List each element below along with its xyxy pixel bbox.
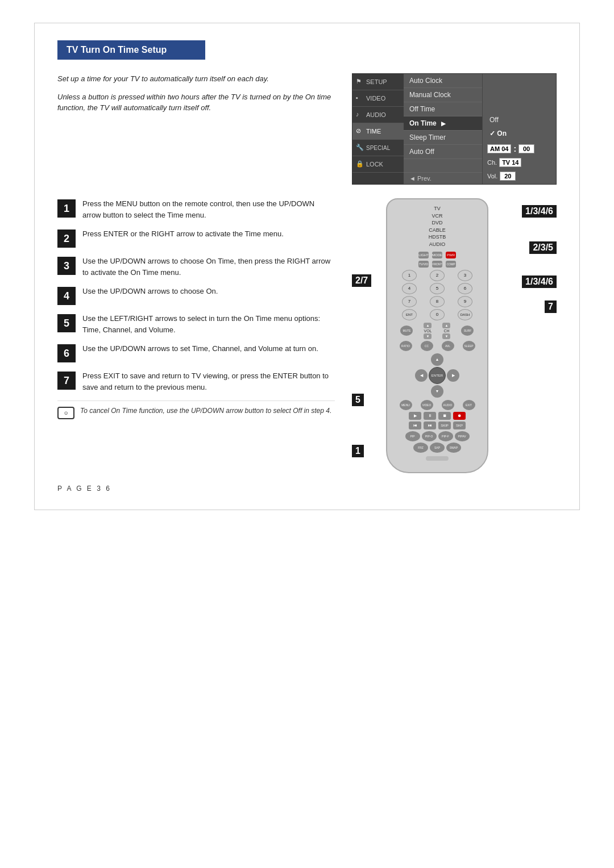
prev-label: ◄ Prev. [404,172,482,184]
step-2: 2 Press ENTER or the RIGHT arrow to acti… [57,228,335,248]
play-btn[interactable]: ▶ [409,412,421,420]
record-btn[interactable]: ⏺ [453,412,466,420]
btn-0[interactable]: 0 [430,309,445,320]
step-7: 7 Press EXIT to save and return to TV vi… [57,370,335,393]
menu-item-ontime[interactable]: On Time ▶ [404,116,482,131]
ff-btn[interactable]: ⏭ [424,422,436,429]
remote-pip-row: PIP PIP-O PIP-F PIPAV [392,431,483,441]
pause-btn[interactable]: ⏸ [424,412,436,420]
step-5: 5 Use the LEFT/RIGHT arrows to select in… [57,313,335,335]
wrench-icon: 🔧 [356,144,364,152]
remote-transport: ▶ ⏸ ⏹ ⏺ [392,412,483,420]
sidebar-item-special[interactable]: 🔧 SPECIAL [352,140,404,156]
note-icon: ☺ [57,407,74,419]
vol-up-btn[interactable]: ▲ [424,323,432,328]
btn-enter[interactable]: ENT [402,309,417,320]
btn-5[interactable]: 5 [430,283,445,294]
video-btn[interactable]: VIDEO [421,400,433,410]
remote-speaker [426,456,449,461]
skip2-btn[interactable]: SKP [453,422,466,429]
btn-dash[interactable]: DASH [458,309,472,320]
step-4: 4 Use the UP/DOWN arrows to choose On. [57,286,335,305]
label-1-3-4-6-bot: 1/3/4/6 [522,274,557,288]
sidebar-item-video[interactable]: ▪ VIDEO [352,90,404,107]
menu-item-autoclock[interactable]: Auto Clock [404,74,482,88]
btn-2[interactable]: 2 [430,270,445,281]
note-text: To cancel On Time function, use the UP/D… [80,406,331,416]
avl-btn[interactable]: AVL [442,341,454,351]
front-btn[interactable]: FRONT [432,261,442,268]
btn-7[interactable]: 7 [402,296,417,307]
cc-btn[interactable]: CC [421,341,433,351]
menu-right-column: Off ✓ On AM 04 : 00 Ch. TV 14 Vol. 20 [482,74,556,184]
btn-4[interactable]: 4 [402,283,417,294]
label-1-3-4-6-top: 1/3/4/6 [522,204,557,218]
power-btn[interactable]: PWR [446,252,456,258]
menu-panel: ⚑ SETUP ▪ VIDEO ♪ AUDIO ⊘ TIME 🔧 SPEC [352,73,557,185]
menu-item-autooff[interactable]: Auto Off [404,145,482,159]
menu-item-manualclock[interactable]: Manual Clock [404,88,482,102]
exit-btn[interactable]: EXIT [463,400,475,410]
menu-item-offtime[interactable]: Off Time [404,102,482,116]
stop-btn[interactable]: ⏹ [438,412,451,420]
pip-on-btn[interactable]: PIP-O [422,431,437,441]
rew-btn[interactable]: ⏮ [409,422,421,429]
label-5: 5 [352,391,364,406]
sidebar-item-time[interactable]: ⊘ TIME [352,123,404,140]
remote-freeze-row: FRZ SAP SWAP [392,443,483,453]
skip-btn[interactable]: SKIP [438,422,451,429]
sidebar-item-lock[interactable]: 🔒 LOCK [352,156,404,173]
remote-cc-row: RATIO CC AVL SLEEP [396,341,478,351]
remote-source-row: TV/VID FRONT COMP [392,261,483,268]
lock-icon: 🔒 [356,160,364,168]
btn-8[interactable]: 8 [430,296,445,307]
menu-item-sleeptimer[interactable]: Sleep Timer [404,131,482,145]
note-box: ☺ To cancel On Time function, use the UP… [57,400,335,419]
sleep-btn[interactable]: SLEEP [463,341,475,351]
nav-right-btn[interactable]: ▶ [447,369,459,382]
freeze-btn[interactable]: FRZ [413,443,428,453]
step-6: 6 Use the UP/DOWN arrows to set Time, Ch… [57,343,335,362]
comp-btn[interactable]: COMP [446,261,456,268]
btn-6[interactable]: 6 [458,283,472,294]
remote-section: 1/3/4/6 2/3/5 1/3/4/6 7 2/7 5 1 TV VCR D… [352,198,557,473]
sidebar-item-setup[interactable]: ⚑ SETUP [352,74,404,90]
step-1: 1 Press the MENU button on the remote co… [57,198,335,220]
label-2-3-5: 2/3/5 [529,240,557,254]
nav-up-btn[interactable]: ▲ [431,353,443,366]
vol-down-btn[interactable]: ▼ [424,333,432,339]
mode-btn[interactable]: MODE [432,252,442,258]
ratio-btn[interactable]: RATIO [400,341,412,351]
note-icon: ♪ [356,111,364,119]
remote-numpad: 1 2 3 4 5 6 7 8 9 ENT 0 DASH [396,270,478,320]
swap-btn[interactable]: SWAP [446,443,461,453]
remote-transport2: ⏮ ⏭ SKIP SKP [392,422,483,429]
steps-list: 1 Press the MENU button on the remote co… [57,198,335,473]
nav-enter-btn[interactable]: ENTER [429,367,446,384]
option-off[interactable]: Off [487,115,551,125]
volume-row: Vol. 20 [487,172,551,181]
intro-text: Set up a time for your TV to automatical… [57,73,335,185]
tvvideo-btn[interactable]: TV/VID [418,261,429,268]
ch-down-btn[interactable]: ▼ [442,333,450,339]
btn-9[interactable]: 9 [458,296,472,307]
pip-btn[interactable]: PIP [405,431,420,441]
btn-1[interactable]: 1 [402,270,417,281]
audio-btn[interactable]: AUDIO [442,400,454,410]
surf-btn[interactable]: SURF [461,326,474,336]
menu-btn[interactable]: MENU [400,400,412,410]
btn-3[interactable]: 3 [458,270,472,281]
remote-menu-row: MENU VIDEO AUDIO EXIT [396,400,478,410]
nav-down-btn[interactable]: ▼ [431,385,443,398]
remote-source-labels: TV VCR DVD CABLE HDSTB AUDIO [392,205,483,248]
mute-btn[interactable]: MUTE [400,326,413,336]
pipav-btn[interactable]: PIPAV [455,431,470,441]
sap-btn[interactable]: SAP [430,443,445,453]
ch-up-btn[interactable]: ▲ [442,323,450,328]
nav-left-btn[interactable]: ◀ [415,369,428,382]
light-btn[interactable]: LIGHT [418,252,429,258]
label-2-7: 2/7 [352,272,371,287]
pip-fr-btn[interactable]: PIP-F [438,431,453,441]
sidebar-item-audio[interactable]: ♪ AUDIO [352,107,404,123]
option-on[interactable]: ✓ On [487,128,551,139]
